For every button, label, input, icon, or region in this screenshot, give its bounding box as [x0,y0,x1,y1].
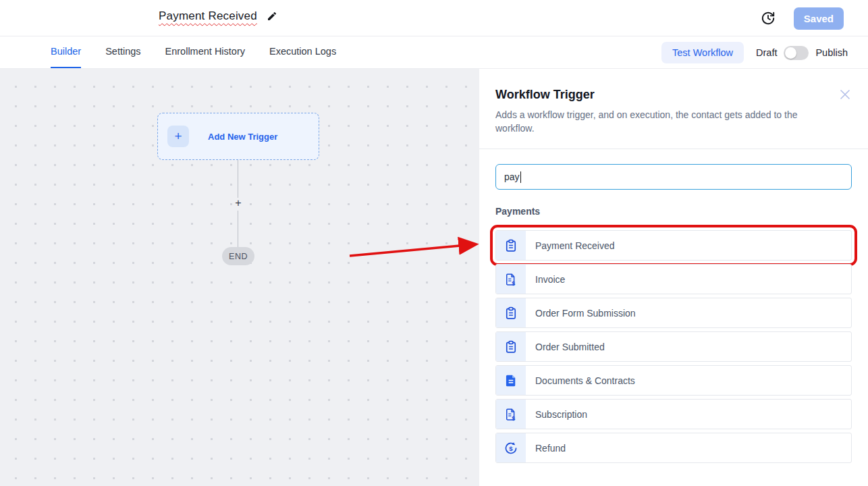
trigger-option-subscription[interactable]: $ Subscription [495,399,852,429]
connector-line-bottom [238,211,238,247]
invoice-dollar-icon: $ [496,265,526,294]
trigger-option-documents-contracts[interactable]: Documents & Contracts [495,365,852,396]
trigger-option-label: Refund [526,433,566,462]
clipboard-icon [496,332,526,361]
saved-button[interactable]: Saved [794,7,844,30]
connector-line-top [238,160,238,198]
search-input-value: pay [504,171,520,182]
trigger-option-label: Invoice [526,265,565,294]
trigger-option-order-submitted[interactable]: Order Submitted [495,331,852,362]
end-node: END [222,247,254,265]
draft-label: Draft [756,47,777,58]
tab-enrollment-history[interactable]: Enrollment History [165,36,245,68]
trigger-option-label: Order Form Submission [526,298,636,327]
trigger-option-payment-received[interactable]: Payment Received [495,230,852,261]
svg-text:$: $ [509,444,513,452]
version-history-icon[interactable] [760,10,776,26]
workflow-canvas[interactable]: + Add New Trigger + END [0,69,479,486]
svg-text:$: $ [512,279,515,286]
add-new-trigger-label: Add New Trigger [208,132,277,142]
tab-builder[interactable]: Builder [51,36,81,68]
add-step-plus-icon[interactable]: + [233,197,244,209]
trigger-option-label: Subscription [526,400,587,429]
tab-settings[interactable]: Settings [105,36,140,68]
trigger-search-input[interactable]: pay [495,164,852,190]
text-caret [520,171,522,183]
close-icon[interactable] [838,88,852,101]
tab-execution-logs[interactable]: Execution Logs [269,36,336,68]
panel-description: Adds a workflow trigger, and on executio… [495,108,836,135]
trigger-options-list: Payment Received $ Invoice [495,230,852,463]
clipboard-icon [496,298,526,327]
test-workflow-button[interactable]: Test Workflow [661,42,744,63]
trigger-option-invoice[interactable]: $ Invoice [495,264,852,294]
add-new-trigger-node[interactable]: + Add New Trigger [157,113,319,160]
publish-label: Publish [815,47,848,58]
document-icon [496,366,526,395]
trigger-option-order-form-submission[interactable]: Order Form Submission [495,298,852,328]
panel-title: Workflow Trigger [495,88,852,102]
invoice-dollar-icon: $ [496,400,526,429]
payments-section-label: Payments [495,206,852,217]
workflow-tabbar: Builder Settings Enrollment History Exec… [0,36,868,69]
trigger-option-label: Order Submitted [526,332,605,361]
trigger-option-label: Documents & Contracts [526,366,635,395]
trigger-option-label: Payment Received [526,231,615,260]
workflow-title[interactable]: Payment Received [159,9,257,23]
top-header: Payment Received Saved [0,0,868,36]
trigger-option-refund[interactable]: $ Refund [495,433,852,463]
edit-title-icon[interactable] [267,11,277,22]
svg-text:$: $ [512,414,515,421]
toggle-knob [785,47,796,59]
draft-publish-toggle[interactable] [784,46,809,60]
clipboard-icon [496,231,526,260]
refund-icon: $ [496,433,526,462]
plus-icon: + [167,126,189,147]
workflow-trigger-panel: Workflow Trigger Adds a workflow trigger… [479,69,868,486]
